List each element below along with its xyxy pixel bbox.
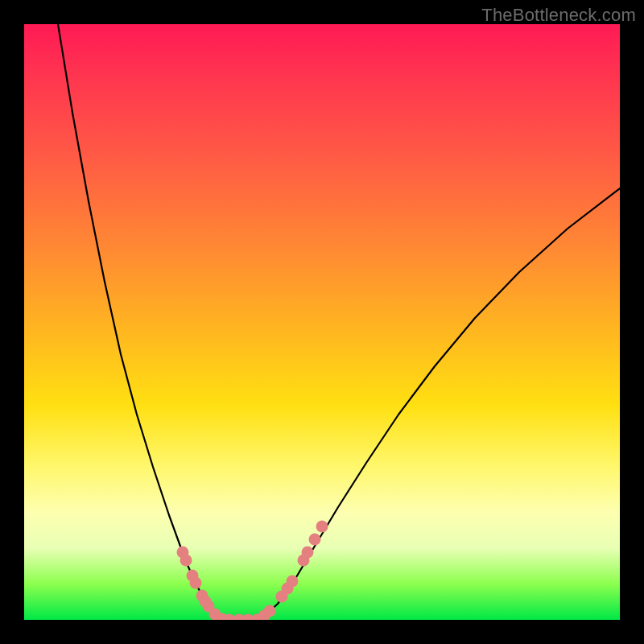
chart-svg [24, 24, 620, 620]
curve-dot [316, 521, 328, 533]
plot-area [24, 24, 620, 620]
curve-dot [264, 605, 276, 617]
curve-dot [287, 576, 299, 588]
bottleneck-curve [58, 24, 620, 620]
curve-dot [302, 547, 314, 559]
chart-frame: TheBottleneck.com [0, 0, 644, 644]
curve-dot-markers [177, 521, 328, 621]
curve-dot [190, 577, 202, 589]
curve-dot [309, 534, 321, 546]
watermark-text: TheBottleneck.com [481, 5, 636, 26]
curve-dot [180, 555, 192, 567]
